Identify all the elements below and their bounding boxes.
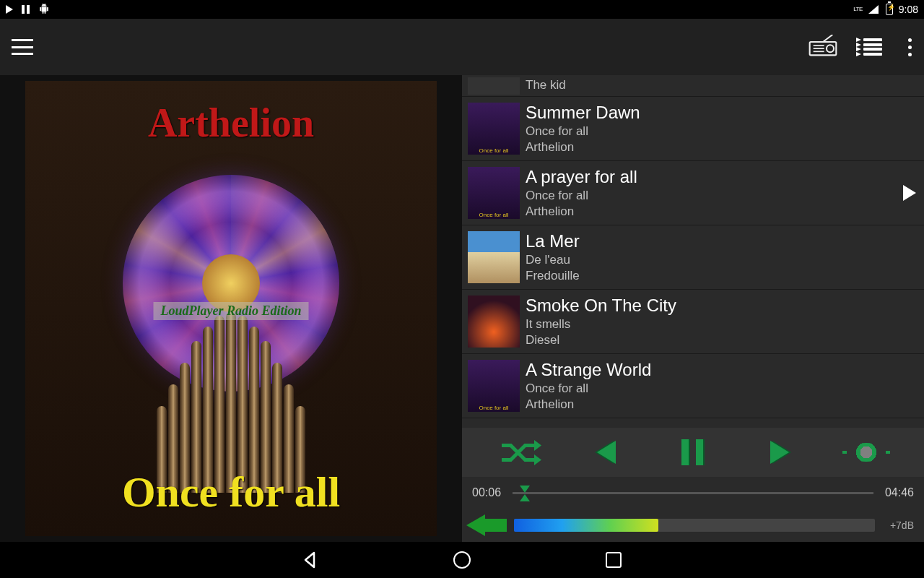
track-thumbnail [468, 231, 520, 283]
playlist-icon[interactable] [858, 38, 882, 56]
overflow-menu-icon[interactable] [902, 38, 917, 56]
track-info: A Strange WorldOnce for allArthelion [526, 357, 895, 415]
visualizer-button[interactable] [845, 434, 888, 470]
track-info: Summer DawnOnce for allArthelion [526, 100, 895, 158]
battery-icon [886, 4, 893, 15]
track-album: Once for all [526, 124, 895, 139]
track-thumbnail [468, 103, 520, 155]
play-icon [903, 185, 916, 201]
android-debug-icon [38, 4, 50, 16]
track-title: La Mer [526, 231, 895, 251]
play-notification-icon [6, 5, 13, 14]
album-artist-overlay: Arthelion [25, 100, 437, 146]
track-info: La MerDe l'eauFredouille [526, 228, 895, 287]
track-artist: Arthelion [526, 397, 895, 412]
nav-back-button[interactable] [300, 549, 321, 571]
seek-bar-row: 00:06 04:46 [462, 477, 924, 509]
seek-bar[interactable] [513, 492, 873, 494]
track-info: The kid [526, 75, 895, 95]
track-list[interactable]: The kidSummer DawnOnce for allArthelionA… [462, 75, 924, 428]
track-thumbnail [468, 360, 520, 412]
android-nav-bar [0, 542, 924, 578]
total-time: 04:46 [882, 486, 914, 499]
next-button[interactable] [758, 434, 801, 470]
playback-controls [462, 428, 924, 477]
now-playing-indicator [895, 185, 924, 201]
track-thumbnail [468, 77, 520, 95]
track-artist: Arthelion [526, 140, 895, 155]
svg-point-2 [827, 45, 834, 52]
edition-badge: LoudPlayer Radio Edition [153, 302, 308, 320]
clock: 9:08 [899, 4, 918, 15]
volume-bar[interactable] [514, 519, 875, 532]
track-row[interactable]: La MerDe l'eauFredouille [462, 225, 924, 290]
track-info: Smoke On The CityIt smellsDiesel [526, 293, 895, 351]
track-title: A Strange World [526, 360, 895, 380]
track-thumbnail [468, 167, 520, 219]
track-artist: Arthelion [526, 204, 895, 219]
track-artist: Fredouille [526, 269, 895, 283]
volume-fill [514, 519, 658, 532]
album-art-pane[interactable]: Arthelion LoudPlayer Radio Edition Once … [0, 75, 462, 542]
track-row[interactable]: A prayer for allOnce for allArthelion [462, 161, 924, 225]
track-thumbnail [468, 296, 520, 348]
svg-marker-6 [534, 440, 541, 451]
track-row[interactable]: Smoke On The CityIt smellsDiesel [462, 290, 924, 354]
track-album: Once for all [526, 381, 895, 396]
track-artist: Diesel [526, 333, 895, 348]
volume-db-label: +7dB [882, 519, 914, 531]
seek-thumb-icon[interactable] [520, 486, 530, 501]
svg-line-1 [823, 35, 832, 42]
track-title: Smoke On The City [526, 296, 895, 316]
app-toolbar [0, 19, 924, 75]
pause-button[interactable] [671, 434, 715, 470]
svg-marker-7 [534, 454, 541, 465]
android-status-bar: LTE 9:08 [0, 0, 924, 19]
volume-decrease-icon[interactable] [466, 514, 507, 536]
track-row[interactable]: The kid [462, 75, 924, 97]
album-title-overlay: Once for all [25, 467, 437, 517]
network-label: LTE [853, 7, 863, 12]
track-title: A prayer for all [526, 167, 895, 187]
track-row[interactable]: Summer DawnOnce for allArthelion [462, 97, 924, 161]
track-title: Summer Dawn [526, 103, 895, 123]
previous-button[interactable] [585, 434, 628, 470]
track-row[interactable]: A Strange WorldOnce for allArthelion [462, 354, 924, 418]
signal-icon [868, 5, 880, 14]
volume-row: +7dB [462, 509, 924, 542]
radio-icon[interactable] [808, 35, 837, 59]
track-album: Once for all [526, 189, 895, 203]
track-album: De l'eau [526, 253, 895, 267]
menu-hamburger-icon[interactable] [12, 39, 33, 55]
track-artist: The kid [526, 78, 895, 92]
track-info: A prayer for allOnce for allArthelion [526, 164, 895, 223]
nav-home-button[interactable] [451, 549, 473, 571]
elapsed-time: 00:06 [472, 486, 504, 499]
nav-recent-button[interactable] [603, 549, 624, 571]
shuffle-button[interactable] [498, 434, 541, 470]
track-album: It smells [526, 317, 895, 332]
pause-notification-icon [22, 5, 30, 14]
